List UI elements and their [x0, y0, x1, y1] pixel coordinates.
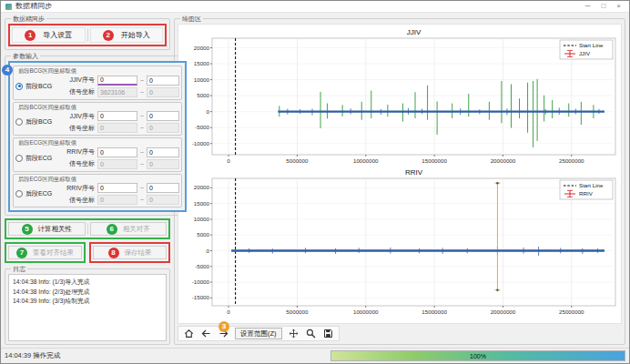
- jjiv-index-end-input[interactable]: [147, 111, 179, 121]
- jjiv-index-start-input[interactable]: [97, 76, 137, 86]
- radio-front-bcg[interactable]: 前段BCG: [15, 82, 63, 91]
- svg-text:10000000: 10000000: [353, 157, 379, 164]
- sync-group-label: 数据精同步: [11, 15, 46, 22]
- jjiv-index-start-input[interactable]: [97, 111, 137, 121]
- rriv-chart[interactable]: -15000-10000-500005000100001500020000050…: [179, 167, 620, 318]
- svg-text:10000000: 10000000: [353, 308, 379, 315]
- svg-text:JJIV: JJIV: [407, 28, 422, 36]
- signal-coord-end-input[interactable]: [147, 123, 179, 133]
- range-tilde: ~: [140, 197, 144, 203]
- signal-coord-end-input[interactable]: [147, 195, 179, 205]
- param-section-front-bcg: 前段BCG区间坐标取值 前段BCG JJIV序号 ~: [13, 66, 182, 100]
- range-tilde: ~: [140, 89, 144, 96]
- svg-text:15000000: 15000000: [422, 157, 447, 164]
- section-title: 后段ECG区间坐标取值: [18, 176, 179, 183]
- progress-bar: 100%: [330, 350, 625, 361]
- figure-canvas[interactable]: -10000-500005000100001500020000050000001…: [178, 24, 622, 324]
- save-result-annotation-box: 8 保存结果: [89, 242, 170, 263]
- params-group-label: 参数输入: [11, 53, 40, 59]
- svg-text:RRIV: RRIV: [579, 190, 594, 197]
- signal-coord-start-input[interactable]: [97, 195, 137, 205]
- svg-text:20000000: 20000000: [491, 308, 516, 315]
- plot-group: 绘图区 -10000-50000500010000150002000005000…: [174, 15, 625, 345]
- field-label: 信号坐标: [65, 87, 95, 96]
- minimize-button[interactable]: ─: [582, 1, 594, 12]
- view-align-result-button[interactable]: 7 查看对齐结果: [8, 246, 82, 259]
- radio-front-ecg[interactable]: 前段ECG: [15, 154, 63, 163]
- radio-dot[interactable]: [15, 83, 23, 90]
- signal-coord-end-input[interactable]: [147, 159, 179, 169]
- rriv-index-end-input[interactable]: [147, 183, 179, 193]
- back-arrow-icon[interactable]: [200, 328, 212, 339]
- zoom-icon[interactable]: [305, 328, 317, 339]
- start-import-label: 开始导入: [121, 30, 150, 40]
- svg-text:25000000: 25000000: [559, 308, 584, 315]
- save-icon[interactable]: [322, 328, 334, 339]
- signal-coord-start-input[interactable]: [97, 123, 137, 133]
- plot-group-label: 绘图区: [180, 15, 203, 22]
- radio-rear-bcg[interactable]: 后段BCG: [15, 117, 63, 126]
- signal-coord-start-input[interactable]: [97, 159, 137, 169]
- action-buttons: 5 计算相关性 6 相关对齐 7 查看对齐结果: [5, 218, 170, 263]
- radio-rear-ecg[interactable]: 后段ECG: [15, 189, 63, 198]
- svg-text:20000: 20000: [194, 184, 210, 190]
- home-icon[interactable]: [183, 328, 195, 339]
- correlation-align-button[interactable]: 6 相关对齐: [90, 222, 168, 236]
- field-label: RRIV序号: [65, 184, 95, 193]
- jjiv-index-end-input[interactable]: [147, 76, 179, 86]
- svg-text:Start Line: Start Line: [579, 42, 604, 48]
- svg-text:15000: 15000: [194, 200, 210, 207]
- progress-label: 100%: [470, 353, 486, 359]
- svg-text:-5000: -5000: [195, 263, 209, 269]
- maximize-button[interactable]: □: [597, 1, 609, 12]
- field-label: 信号坐标: [65, 159, 95, 168]
- param-section-rear-ecg: 后段ECG区间坐标取值 后段ECG RRIV序号 ~: [13, 174, 182, 208]
- rriv-index-start-input[interactable]: [97, 147, 137, 157]
- svg-text:10000: 10000: [194, 216, 210, 222]
- section-title: 前段BCG区间坐标取值: [18, 67, 179, 75]
- save-result-button[interactable]: 8 保存结果: [93, 246, 167, 259]
- step-badge-8: 8: [108, 248, 119, 258]
- radio-dot[interactable]: [15, 190, 23, 197]
- radio-label[interactable]: 前段BCG: [25, 82, 52, 91]
- range-tilde: ~: [140, 113, 144, 119]
- log-entry: 14:04:39 Info: (3/3)绘制完成: [13, 297, 162, 307]
- step-badge-4: 4: [2, 65, 13, 76]
- range-tilde: ~: [140, 125, 144, 131]
- step-badge-5: 5: [22, 224, 33, 235]
- svg-text:0: 0: [207, 108, 210, 115]
- range-tilde: ~: [140, 185, 144, 191]
- radio-dot[interactable]: [15, 155, 23, 162]
- status-message: 14:04:39 操作完成: [5, 351, 325, 360]
- pan-icon[interactable]: [288, 328, 300, 339]
- radio-label[interactable]: 后段BCG: [25, 117, 52, 126]
- rriv-index-end-input[interactable]: [147, 147, 179, 157]
- signal-coord-start-input[interactable]: [97, 87, 137, 97]
- field-label: 信号坐标: [65, 196, 95, 205]
- radio-label[interactable]: 后段ECG: [25, 189, 52, 198]
- svg-text:15000: 15000: [194, 60, 210, 66]
- signal-coord-end-input[interactable]: [147, 87, 179, 97]
- right-panel: 绘图区 -10000-50000500010000150002000005000…: [174, 15, 625, 345]
- svg-text:JJIV: JJIV: [579, 50, 591, 56]
- param-section-front-ecg: 前段ECG区间坐标取值 前段ECG RRIV序号 ~: [13, 137, 182, 172]
- app-window: 数据精同步 ─ □ × 数据精同步 1 导入设置 2 开始导入: [0, 0, 630, 364]
- radio-dot[interactable]: [15, 118, 23, 126]
- svg-text:5000000: 5000000: [286, 308, 309, 315]
- section-title: 前段ECG区间坐标取值: [18, 139, 179, 147]
- range-tilde: ~: [140, 149, 144, 156]
- jjiv-chart[interactable]: -10000-500005000100001500020000050000001…: [179, 26, 620, 167]
- import-settings-button[interactable]: 1 导入设置: [12, 27, 86, 43]
- app-icon: [5, 4, 12, 10]
- close-button[interactable]: ×: [613, 1, 625, 12]
- rriv-index-start-input[interactable]: [97, 183, 137, 193]
- step-badge-6: 6: [107, 224, 117, 235]
- correlation-annotation-box: 5 计算相关性 6 相关对齐: [5, 218, 170, 239]
- log-entry: 14:04:38 Info: (1/3)导入完成: [13, 278, 162, 288]
- save-result-label: 保存结果: [125, 248, 152, 258]
- radio-label[interactable]: 前段ECG: [25, 154, 52, 163]
- step-badge-2: 2: [103, 30, 114, 41]
- set-range-button[interactable]: 设置范围(Z): [235, 328, 282, 339]
- calc-correlation-button[interactable]: 5 计算相关性: [8, 222, 86, 236]
- start-import-button[interactable]: 2 开始导入: [90, 27, 164, 43]
